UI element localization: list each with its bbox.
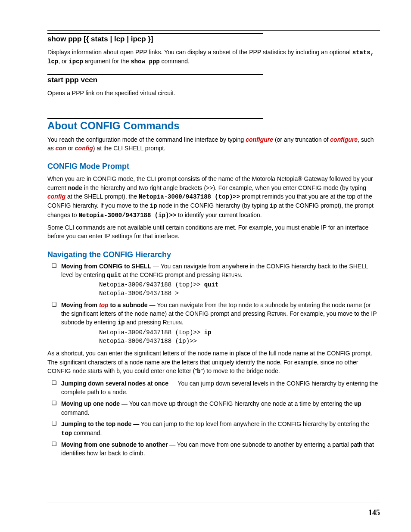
li-bold: Moving from CONFIG to SHELL — [61, 263, 151, 270]
top-rule — [47, 30, 380, 31]
list-item-jump-top: Jumping to the top node — You can jump t… — [52, 420, 380, 438]
kw-configure: configure — [246, 136, 273, 143]
text: at the CONFIG prompt and pressing — [121, 271, 221, 278]
list-item-top-to-subnode: Moving from top to a subnode — You can n… — [52, 301, 380, 345]
prompt-ip: Netopia-3000/9437188 (ip)>> — [78, 212, 176, 219]
codeblock-quit: Netopia-3000/9437188 (top)>> quit Netopi… — [99, 280, 380, 298]
cmd-start-ppp-title: start ppp vccn — [47, 76, 380, 84]
kw-config: config — [47, 193, 65, 200]
text: node in the CONFIG hierarchy (by typing — [157, 202, 270, 209]
return-key: Return — [221, 271, 241, 278]
b-letter: b — [197, 368, 200, 375]
text: — You can jump to the top level from any… — [131, 420, 369, 427]
nav-list-2: Jumping down several nodes at once — You… — [52, 379, 380, 457]
li-bold: Moving from top to a subnode — [61, 302, 148, 308]
arg-ipcp: ipcp — [68, 58, 83, 65]
config-mode-prompt-heading: CONFIG Mode Prompt — [47, 162, 380, 171]
text: You reach the configuration mode of the … — [47, 136, 246, 143]
bottom-rule — [47, 503, 380, 503]
li-bold: Moving from one subnode to another — [61, 441, 168, 448]
about-config-heading: About CONFIG Commands — [47, 120, 380, 132]
page-number: 145 — [368, 508, 380, 517]
config-mode-prompt-para1: When you are in CONFIG mode, the CLI pro… — [47, 174, 380, 219]
text: in the hierarchy and two right angle bra… — [82, 184, 366, 191]
ip-cmd: ip — [118, 319, 125, 326]
up-cmd: up — [354, 401, 361, 408]
return-key: Return — [163, 319, 182, 326]
text: argument for the — [83, 58, 131, 65]
ip-node: ip — [150, 202, 157, 209]
text: , or — [58, 58, 68, 65]
text: — You can move up through the CONFIG hie… — [120, 400, 354, 407]
kw-top: top — [99, 302, 109, 308]
quit-cmd: quit — [107, 272, 121, 279]
kw-configure: configure — [330, 136, 358, 143]
cmd-start-ppp-desc: Opens a PPP link on the specified virtua… — [47, 89, 380, 97]
text: Displays information about open PPP link… — [47, 49, 352, 56]
kw-config: config — [75, 145, 93, 152]
list-item-config-to-shell: Moving from CONFIG to SHELL — You can na… — [52, 262, 380, 298]
text: command. — [61, 409, 89, 416]
accent-rule — [47, 33, 263, 34]
shortcut-para: As a shortcut, you can enter the signifi… — [47, 349, 380, 376]
text: ") to move to the bridge node. — [201, 367, 280, 374]
li-bold: Jumping to the top node — [61, 420, 131, 427]
kw-con: con — [56, 145, 66, 152]
text: or — [66, 145, 75, 152]
about-config-para: You reach the configuration mode of the … — [47, 135, 380, 153]
li-bold: Moving up one node — [61, 400, 120, 407]
page: show ppp [{ stats | lcp | ipcp }] Displa… — [0, 0, 411, 532]
ip-cmd: ip — [270, 202, 277, 209]
nav-list: Moving from CONFIG to SHELL — You can na… — [52, 262, 380, 346]
cmd-show-ppp-desc: Displays information about open PPP link… — [47, 48, 380, 66]
list-item-subnode-to-another: Moving from one subnode to another — You… — [52, 440, 380, 458]
text: . — [241, 271, 243, 278]
list-item-jump-down: Jumping down several nodes at once — You… — [52, 379, 380, 397]
text: and pressing — [125, 319, 163, 326]
accent-rule — [47, 118, 263, 119]
node-bold: node — [68, 184, 82, 191]
prompt-top: Netopia-3000/9437188 (top)>> — [139, 193, 240, 200]
text: (or any truncation of — [273, 136, 330, 143]
return-key: Return — [267, 310, 286, 317]
arg-show-ppp: show ppp — [131, 58, 159, 65]
top-cmd: top — [61, 430, 72, 437]
text: command. — [160, 58, 190, 65]
text: command. — [72, 429, 102, 436]
text: to identify your current location. — [176, 212, 262, 218]
cmd-show-ppp-title: show ppp [{ stats | lcp | ipcp }] — [47, 35, 380, 44]
accent-rule — [47, 74, 263, 75]
text: . — [182, 319, 184, 326]
config-mode-prompt-para2: Some CLI commands are not available unti… — [47, 223, 380, 241]
list-item-move-up: Moving up one node — You can move up thr… — [52, 399, 380, 417]
text: ) at the CLI SHELL prompt. — [93, 145, 165, 152]
codeblock-ip: Netopia-3000/9437188 (top)>> ip Netopia-… — [99, 328, 380, 346]
navigating-heading: Navigating the CONFIG Hierarchy — [47, 250, 380, 259]
li-bold: Jumping down several nodes at once — [61, 380, 168, 387]
text: at the SHELL prompt), the — [65, 193, 139, 200]
